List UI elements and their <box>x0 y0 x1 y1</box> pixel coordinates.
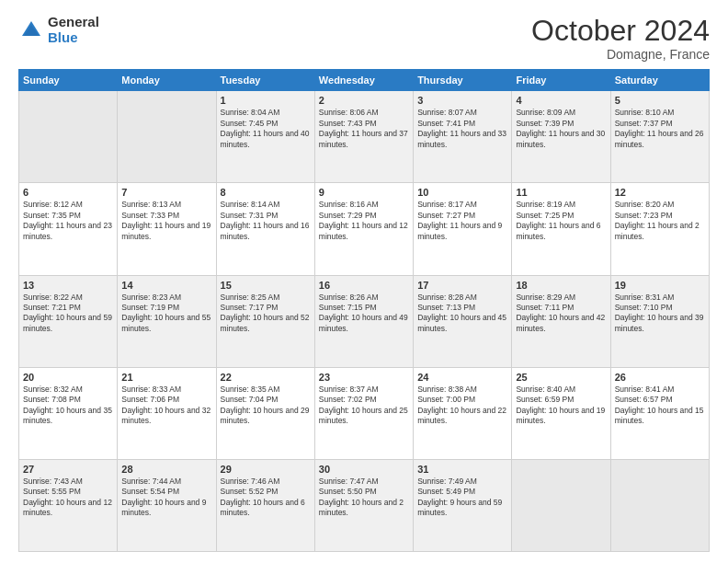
cell-info: Sunrise: 8:40 AM Sunset: 6:59 PM Dayligh… <box>516 385 606 427</box>
calendar-cell: 5Sunrise: 8:10 AM Sunset: 7:37 PM Daylig… <box>610 91 709 183</box>
cell-info: Sunrise: 7:49 AM Sunset: 5:49 PM Dayligh… <box>417 477 507 519</box>
day-number: 10 <box>417 187 507 198</box>
logo: General Blue <box>18 15 99 45</box>
day-number: 30 <box>319 464 409 475</box>
day-number: 21 <box>121 372 211 383</box>
cell-info: Sunrise: 8:22 AM Sunset: 7:21 PM Dayligh… <box>23 293 113 335</box>
calendar-cell <box>610 459 709 551</box>
calendar-cell: 30Sunrise: 7:47 AM Sunset: 5:50 PM Dayli… <box>314 459 413 551</box>
logo-blue: Blue <box>48 30 99 46</box>
day-number: 9 <box>319 187 409 198</box>
calendar-cell <box>19 91 118 183</box>
day-number: 14 <box>121 280 211 291</box>
calendar-cell: 27Sunrise: 7:43 AM Sunset: 5:55 PM Dayli… <box>19 459 118 551</box>
day-number: 27 <box>23 464 113 475</box>
cell-info: Sunrise: 8:25 AM Sunset: 7:17 PM Dayligh… <box>221 293 311 335</box>
cell-info: Sunrise: 8:31 AM Sunset: 7:10 PM Dayligh… <box>615 293 705 335</box>
cell-info: Sunrise: 8:17 AM Sunset: 7:27 PM Dayligh… <box>417 200 507 242</box>
cell-info: Sunrise: 8:41 AM Sunset: 6:57 PM Dayligh… <box>615 385 705 427</box>
logo-text: General Blue <box>48 15 99 45</box>
calendar-cell: 31Sunrise: 7:49 AM Sunset: 5:49 PM Dayli… <box>414 459 512 551</box>
calendar-cell: 9Sunrise: 8:16 AM Sunset: 7:29 PM Daylig… <box>314 183 413 275</box>
header: General Blue October 2024 Domagne, Franc… <box>18 15 710 62</box>
calendar-cell: 28Sunrise: 7:44 AM Sunset: 5:54 PM Dayli… <box>118 459 216 551</box>
calendar-day-header: Tuesday <box>216 70 314 91</box>
calendar-day-header: Thursday <box>414 70 512 91</box>
cell-info: Sunrise: 7:43 AM Sunset: 5:55 PM Dayligh… <box>23 477 113 519</box>
calendar-week-row: 20Sunrise: 8:32 AM Sunset: 7:08 PM Dayli… <box>19 367 710 459</box>
cell-info: Sunrise: 7:47 AM Sunset: 5:50 PM Dayligh… <box>319 477 409 519</box>
day-number: 31 <box>417 464 507 475</box>
calendar-cell: 20Sunrise: 8:32 AM Sunset: 7:08 PM Dayli… <box>19 367 118 459</box>
day-number: 17 <box>417 280 507 291</box>
day-number: 18 <box>516 280 606 291</box>
cell-info: Sunrise: 7:46 AM Sunset: 5:52 PM Dayligh… <box>221 477 311 519</box>
day-number: 15 <box>221 280 311 291</box>
cell-info: Sunrise: 8:26 AM Sunset: 7:15 PM Dayligh… <box>319 293 409 335</box>
calendar-cell <box>118 91 216 183</box>
day-number: 16 <box>319 280 409 291</box>
calendar-cell: 2Sunrise: 8:06 AM Sunset: 7:43 PM Daylig… <box>314 91 413 183</box>
day-number: 20 <box>23 372 113 383</box>
day-number: 4 <box>516 95 606 106</box>
cell-info: Sunrise: 8:29 AM Sunset: 7:11 PM Dayligh… <box>516 293 606 335</box>
title-block: October 2024 Domagne, France <box>531 15 710 62</box>
day-number: 1 <box>221 95 311 106</box>
calendar-cell: 12Sunrise: 8:20 AM Sunset: 7:23 PM Dayli… <box>610 183 709 275</box>
cell-info: Sunrise: 8:07 AM Sunset: 7:41 PM Dayligh… <box>417 108 507 150</box>
calendar-week-row: 6Sunrise: 8:12 AM Sunset: 7:35 PM Daylig… <box>19 183 710 275</box>
cell-info: Sunrise: 7:44 AM Sunset: 5:54 PM Dayligh… <box>121 477 211 519</box>
calendar-day-header: Saturday <box>610 70 709 91</box>
cell-info: Sunrise: 8:23 AM Sunset: 7:19 PM Dayligh… <box>121 293 211 335</box>
cell-info: Sunrise: 8:19 AM Sunset: 7:25 PM Dayligh… <box>516 200 606 242</box>
cell-info: Sunrise: 8:28 AM Sunset: 7:13 PM Dayligh… <box>417 293 507 335</box>
calendar-week-row: 1Sunrise: 8:04 AM Sunset: 7:45 PM Daylig… <box>19 91 710 183</box>
calendar-cell: 24Sunrise: 8:38 AM Sunset: 7:00 PM Dayli… <box>414 367 512 459</box>
calendar-cell: 15Sunrise: 8:25 AM Sunset: 7:17 PM Dayli… <box>216 275 314 367</box>
cell-info: Sunrise: 8:13 AM Sunset: 7:33 PM Dayligh… <box>121 200 211 242</box>
calendar-cell: 21Sunrise: 8:33 AM Sunset: 7:06 PM Dayli… <box>118 367 216 459</box>
calendar-day-header: Sunday <box>19 70 118 91</box>
calendar-cell: 1Sunrise: 8:04 AM Sunset: 7:45 PM Daylig… <box>216 91 314 183</box>
day-number: 2 <box>319 95 409 106</box>
calendar-cell: 19Sunrise: 8:31 AM Sunset: 7:10 PM Dayli… <box>610 275 709 367</box>
day-number: 19 <box>615 280 705 291</box>
day-number: 13 <box>23 280 113 291</box>
calendar-cell: 23Sunrise: 8:37 AM Sunset: 7:02 PM Dayli… <box>314 367 413 459</box>
cell-info: Sunrise: 8:37 AM Sunset: 7:02 PM Dayligh… <box>319 385 409 427</box>
calendar-day-header: Wednesday <box>314 70 413 91</box>
cell-info: Sunrise: 8:32 AM Sunset: 7:08 PM Dayligh… <box>23 385 113 427</box>
cell-info: Sunrise: 8:38 AM Sunset: 7:00 PM Dayligh… <box>417 385 507 427</box>
calendar-cell: 14Sunrise: 8:23 AM Sunset: 7:19 PM Dayli… <box>118 275 216 367</box>
day-number: 24 <box>417 372 507 383</box>
day-number: 26 <box>615 372 705 383</box>
calendar-cell: 13Sunrise: 8:22 AM Sunset: 7:21 PM Dayli… <box>19 275 118 367</box>
calendar-week-row: 27Sunrise: 7:43 AM Sunset: 5:55 PM Dayli… <box>19 459 710 551</box>
day-number: 5 <box>615 95 705 106</box>
calendar-cell: 16Sunrise: 8:26 AM Sunset: 7:15 PM Dayli… <box>314 275 413 367</box>
cell-info: Sunrise: 8:14 AM Sunset: 7:31 PM Dayligh… <box>221 200 311 242</box>
calendar-cell: 6Sunrise: 8:12 AM Sunset: 7:35 PM Daylig… <box>19 183 118 275</box>
calendar-cell: 7Sunrise: 8:13 AM Sunset: 7:33 PM Daylig… <box>118 183 216 275</box>
day-number: 25 <box>516 372 606 383</box>
location-subtitle: Domagne, France <box>531 47 710 62</box>
cell-info: Sunrise: 8:04 AM Sunset: 7:45 PM Dayligh… <box>221 108 311 150</box>
calendar-cell: 22Sunrise: 8:35 AM Sunset: 7:04 PM Dayli… <box>216 367 314 459</box>
calendar-cell: 25Sunrise: 8:40 AM Sunset: 6:59 PM Dayli… <box>512 367 610 459</box>
calendar-cell: 8Sunrise: 8:14 AM Sunset: 7:31 PM Daylig… <box>216 183 314 275</box>
calendar-cell: 10Sunrise: 8:17 AM Sunset: 7:27 PM Dayli… <box>414 183 512 275</box>
calendar-table: SundayMondayTuesdayWednesdayThursdayFrid… <box>18 69 710 552</box>
calendar-week-row: 13Sunrise: 8:22 AM Sunset: 7:21 PM Dayli… <box>19 275 710 367</box>
cell-info: Sunrise: 8:12 AM Sunset: 7:35 PM Dayligh… <box>23 200 113 242</box>
cell-info: Sunrise: 8:10 AM Sunset: 7:37 PM Dayligh… <box>615 108 705 150</box>
cell-info: Sunrise: 8:35 AM Sunset: 7:04 PM Dayligh… <box>221 385 311 427</box>
calendar-cell: 26Sunrise: 8:41 AM Sunset: 6:57 PM Dayli… <box>610 367 709 459</box>
cell-info: Sunrise: 8:33 AM Sunset: 7:06 PM Dayligh… <box>121 385 211 427</box>
calendar-day-header: Monday <box>118 70 216 91</box>
page: General Blue October 2024 Domagne, Franc… <box>0 0 728 563</box>
logo-icon <box>18 17 44 43</box>
cell-info: Sunrise: 8:09 AM Sunset: 7:39 PM Dayligh… <box>516 108 606 150</box>
calendar-cell: 29Sunrise: 7:46 AM Sunset: 5:52 PM Dayli… <box>216 459 314 551</box>
day-number: 6 <box>23 187 113 198</box>
cell-info: Sunrise: 8:06 AM Sunset: 7:43 PM Dayligh… <box>319 108 409 150</box>
